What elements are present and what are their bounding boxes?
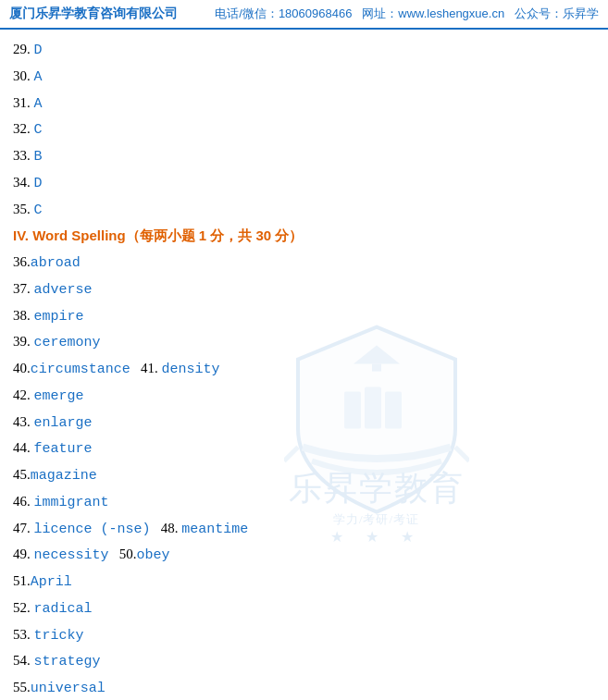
website-url: www.leshengxue.cn <box>398 6 504 20</box>
section-iv-header: IV. Word Spelling（每两小题 1 分，共 30 分） <box>13 223 595 250</box>
item-answer2: meantime <box>181 522 248 537</box>
item-answer: abroad <box>31 255 81 271</box>
list-item: 36.abroad <box>13 250 595 276</box>
item-num: 49. <box>13 546 34 561</box>
item-answer: circumstance <box>31 362 130 377</box>
list-item: 52. radical <box>13 596 595 622</box>
item-answer: emerge <box>34 388 84 404</box>
item-answer: radical <box>34 601 93 617</box>
list-item: 35. C <box>13 197 595 224</box>
list-item: 29. D <box>13 37 595 64</box>
item-answer: ceremony <box>34 335 101 350</box>
item-num: 39. <box>13 334 34 349</box>
item-num2: 41. <box>141 361 162 375</box>
item-num: 35. <box>13 202 34 216</box>
contact-info: 电话/微信：18060968466 网址：www.leshengxue.cn 公… <box>215 6 599 22</box>
wechat-label: 公众号：乐昇学 <box>515 6 599 20</box>
list-item: 47. licence (-nse) 48. meantime <box>13 516 595 543</box>
item-num: 44. <box>13 440 34 455</box>
list-item: 40.circumstance 41. density <box>13 356 595 383</box>
page-header: 厦门乐昇学教育咨询有限公司 电话/微信：18060968466 网址：www.l… <box>0 0 608 30</box>
item-num: 53. <box>13 627 34 642</box>
item-answer: licence (-nse) <box>34 522 151 537</box>
item-answer: strategy <box>34 654 101 669</box>
item-answer: A <box>34 96 43 112</box>
answers-29-35-section: 29. D 30. A 31. A 32. C 33. B 34. D 35. … <box>13 37 595 223</box>
list-item: 39. ceremony <box>13 329 595 356</box>
item-num2: 50. <box>119 546 137 561</box>
item-num: 46. <box>13 494 34 509</box>
list-item: 32. C <box>13 117 595 143</box>
item-num: 37. <box>13 281 34 296</box>
phone-number: 18060968466 <box>279 6 353 20</box>
list-item: 54. strategy <box>13 648 595 675</box>
list-item: 37. adverse <box>13 276 595 303</box>
item-answer: immigrant <box>34 495 109 510</box>
list-item: 38. empire <box>13 303 595 330</box>
list-item: 55.universal <box>13 675 595 700</box>
item-answer: tricky <box>34 628 84 644</box>
list-item: 49. necessity 50.obey <box>13 542 595 569</box>
item-num: 38. <box>13 308 34 323</box>
item-num: 54. <box>13 653 34 668</box>
section-iv-title: IV. Word Spelling（每两小题 1 分，共 30 分） <box>13 227 303 243</box>
item-answer2: density <box>162 362 220 377</box>
item-answer: adverse <box>34 282 93 298</box>
item-num: 33. <box>13 148 34 163</box>
item-answer: D <box>34 176 43 191</box>
item-answer: magazine <box>31 468 97 484</box>
list-item: 43. enlarge <box>13 410 595 436</box>
item-num: 31. <box>13 95 34 110</box>
item-answer: enlarge <box>34 415 93 431</box>
list-item: 53. tricky <box>13 622 595 649</box>
item-answer: April <box>31 574 72 590</box>
item-num: 30. <box>13 68 34 83</box>
item-num2: 48. <box>161 521 182 535</box>
list-item: 31. A <box>13 91 595 117</box>
item-num: 32. <box>13 121 34 136</box>
company-name: 厦门乐昇学教育咨询有限公司 <box>9 6 178 22</box>
list-item: 51.April <box>13 569 595 596</box>
item-num: 51. <box>13 573 31 588</box>
main-content: 29. D 30. A 31. A 32. C 33. B 34. D 35. … <box>0 30 608 700</box>
contact-label: 电话/微信： <box>215 6 279 20</box>
item-answer: C <box>34 122 43 138</box>
item-answer: empire <box>34 309 84 325</box>
list-item: 44. feature <box>13 436 595 462</box>
item-num: 29. <box>13 42 34 56</box>
word-spelling-section: 36.abroad 37. adverse 38. empire 39. cer… <box>13 250 595 700</box>
item-num: 34. <box>13 175 34 190</box>
item-answer: universal <box>31 681 105 696</box>
list-item: 46. immigrant <box>13 489 595 516</box>
item-answer: feature <box>34 441 93 457</box>
item-answer: necessity <box>34 547 109 563</box>
item-answer: A <box>34 69 43 85</box>
item-num: 42. <box>13 387 34 402</box>
item-num: 55. <box>13 680 31 694</box>
list-item: 42. emerge <box>13 383 595 410</box>
item-num: 52. <box>13 600 34 615</box>
list-item: 34. D <box>13 170 595 197</box>
list-item: 45.magazine <box>13 462 595 489</box>
item-num: 36. <box>13 254 31 269</box>
item-num: 40. <box>13 361 31 375</box>
list-item: 33. B <box>13 143 595 170</box>
item-num: 43. <box>13 414 34 429</box>
website-label: 网址： <box>362 6 398 20</box>
item-num: 47. <box>13 521 34 535</box>
item-num: 45. <box>13 467 31 482</box>
item-answer: B <box>34 149 43 165</box>
list-item: 30. A <box>13 64 595 91</box>
item-answer: D <box>34 43 43 58</box>
item-answer2: obey <box>137 547 170 563</box>
item-answer: C <box>34 203 43 218</box>
